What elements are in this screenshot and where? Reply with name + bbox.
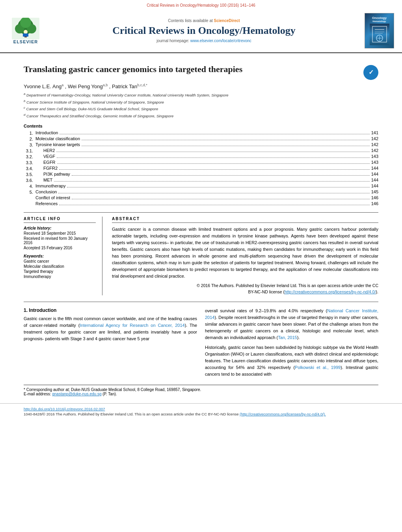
footnote-star: * Corresponding author at; Duke-NUS Grad…: [24, 387, 378, 392]
toc-row: 3.4. FGFR2 144: [24, 165, 378, 171]
svg-rect-7: [23, 33, 28, 37]
toc-row: 3.3. EGFR 143: [24, 159, 378, 165]
svg-point-6: [24, 30, 28, 34]
toc-page: 143: [371, 160, 378, 165]
author2-sup: a,b: [103, 83, 108, 87]
crossmark-icon: ✓: [365, 67, 377, 78]
authors-line: Yvonne L.E. Anga , Wei Peng Yonga,b , Pa…: [24, 83, 378, 89]
doi-line: http://dx.doi.org/10.1016/j.critrevonc.2…: [24, 407, 378, 411]
journal-citation-bar: Critical Reviews in Oncology/Hematology …: [0, 0, 402, 9]
svg-text:✓: ✓: [368, 69, 374, 76]
toc-label: Introduction 141: [35, 130, 378, 136]
journal-thumbnail: Oncology Hematology: [365, 13, 394, 48]
toc-label: VEGF 143: [35, 154, 378, 159]
toc-heading: Contents: [24, 124, 378, 128]
toc-number: 3.4.: [24, 165, 35, 171]
toc-row: References 146: [24, 201, 378, 207]
author3-name: , Patrick Tan: [109, 83, 137, 89]
abstract-col: ABSTRACT Gastric cancer is a common dise…: [112, 217, 378, 295]
toc-row: 5. Conclusion 145: [24, 189, 378, 195]
article-info-abstract-row: ARTICLE INFO Article history: Received 1…: [24, 212, 378, 295]
author3-sup: b,c,d,*: [137, 83, 147, 87]
journal-header: ELSEVIER Contents lists available at Sci…: [0, 9, 402, 53]
toc-page: 142: [371, 148, 378, 153]
article-info-col: ARTICLE INFO Article history: Received 1…: [24, 217, 102, 295]
toc-row: Conflict of interest 146: [24, 195, 378, 201]
keyword-2: Molecular classification: [24, 264, 96, 269]
journal-cover-icon: [372, 26, 387, 43]
toc-number: 3.5.: [24, 171, 35, 177]
toc-label: FGFR2 144: [35, 165, 378, 171]
elsevier-label: ELSEVIER: [13, 39, 38, 44]
article-title-row: Translating gastric cancer genomics into…: [24, 64, 378, 80]
affiliation-c: c Cancer and Stem Cell Biology, Duke-NUS…: [24, 106, 378, 112]
author1-name: Yvonne L.E. Ang: [24, 83, 61, 89]
affiliation-a: a Department of Haematology-Oncology, Na…: [24, 92, 378, 98]
toc-table: 1. Introduction 141 2. Molecular classif…: [24, 130, 378, 207]
accepted-date: Accepted 15 February 2016: [24, 246, 96, 250]
toc-number: 3.6.: [24, 177, 35, 183]
toc-page: 144: [371, 166, 378, 171]
footer-license-url[interactable]: (http://creativecommons.org/licenses/by-…: [240, 412, 326, 416]
intro-para2: overall survival rates of 9.2–19.8% and …: [205, 308, 378, 341]
toc-page: 143: [371, 154, 378, 159]
affiliations: a Department of Haematology-Oncology, Na…: [24, 92, 378, 119]
toc-number: [24, 195, 35, 201]
intro-para3: Historically, gastric cancer has been su…: [205, 344, 378, 378]
affiliation-d: d Cancer Therapeutics and Stratified Onc…: [24, 113, 378, 119]
toc-label: Conflict of interest 146: [35, 195, 378, 201]
toc-label: EGFR 143: [35, 159, 378, 165]
email-link[interactable]: gnastanp@duke-nus.edu.sg: [52, 392, 101, 396]
toc-number: 4.: [24, 183, 35, 189]
toc-label: Molecular classification 142: [35, 136, 378, 142]
homepage-url[interactable]: www.elsevier.com/locate/critrevonc: [190, 39, 251, 43]
toc-number: [24, 201, 35, 207]
footnote-section: * Corresponding author at; Duke-NUS Grad…: [24, 385, 378, 396]
sciencedirect-link[interactable]: ScienceDirect: [214, 19, 240, 23]
email-line: E-mail address: gnastanp@duke-nus.edu.sg…: [24, 392, 378, 396]
license-line2: BY-NC-ND license (http://creativecommons…: [248, 289, 379, 294]
toc-page: 145: [371, 189, 378, 194]
toc-label: Immunotherapy 144: [35, 183, 378, 189]
article-body: Translating gastric cancer genomics into…: [0, 53, 402, 385]
journal-citation: Critical Reviews in Oncology/Hematology …: [147, 3, 255, 7]
received-date: Received 18 September 2015: [24, 231, 96, 235]
toc-row: 3.2. VEGF 143: [24, 154, 378, 159]
toc-number: 2.: [24, 136, 35, 142]
journal-center: Contents lists available at ScienceDirec…: [43, 19, 365, 43]
intro-ref2[interactable]: National Cancer Institute, 2014: [205, 308, 378, 320]
abstract-heading: ABSTRACT: [112, 217, 378, 223]
toc-number: 3.3.: [24, 159, 35, 165]
toc-row: 3.1. HER2 142: [24, 148, 378, 154]
toc-label: Tyrosine kinase targets 142: [35, 142, 378, 148]
left-column: 1. Introduction Gastric cancer is the fi…: [24, 308, 197, 381]
toc-page: 142: [371, 142, 378, 147]
intro-ref3[interactable]: Tan, 2015: [278, 335, 297, 340]
toc-row: 3.6. MET 144: [24, 177, 378, 183]
abstract-text: Gastric cancer is a common disease with …: [112, 226, 378, 280]
toc-page: 146: [371, 195, 378, 200]
intro-ref1[interactable]: International Agency for Research on Can…: [80, 323, 184, 328]
intro-ref4[interactable]: Polkowski et al., 1999: [295, 365, 341, 370]
toc-label: PI3K pathway 144: [35, 171, 378, 177]
license-url[interactable]: http://creativecommons.org/licenses/by-n…: [285, 289, 376, 294]
keyword-1: Gastric cancer: [24, 259, 96, 263]
elsevier-logo: ELSEVIER: [8, 18, 43, 44]
keyword-3: Targeted therapy: [24, 269, 96, 274]
footer: http://dx.doi.org/10.1016/j.critrevonc.2…: [0, 403, 402, 420]
elsevier-tree-icon: [12, 18, 39, 39]
journal-homepage: journal homepage: www.elsevier.com/locat…: [43, 39, 365, 43]
keywords-label: Keywords:: [24, 254, 96, 258]
toc-row: 3. Tyrosine kinase targets 142: [24, 142, 378, 148]
email-label: E-mail address:: [24, 392, 51, 396]
toc-number: 3.1.: [24, 148, 35, 154]
toc-label: HER2 142: [35, 148, 378, 154]
author2-name: , Wei Peng Yong: [65, 83, 103, 89]
toc-label: MET 144: [35, 177, 378, 183]
toc-label: Conclusion 145: [35, 189, 378, 195]
revised-date: Received in revised form 30 January 2016: [24, 236, 96, 245]
right-column: overall survival rates of 9.2–19.8% and …: [205, 308, 378, 381]
doi-link[interactable]: http://dx.doi.org/10.1016/j.critrevonc.2…: [24, 407, 105, 411]
toc-number: 1.: [24, 130, 35, 136]
toc-page: 146: [371, 201, 378, 206]
